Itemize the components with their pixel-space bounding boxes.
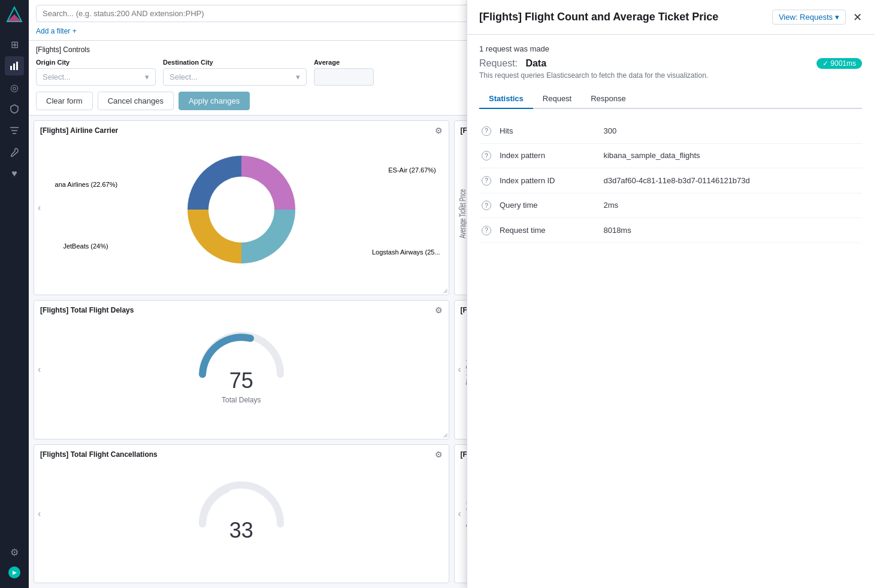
donut-chart: ana Airlines (22.67%) ES-Air (27.67%) Je…: [34, 138, 449, 281]
total-cancellations-gear-icon[interactable]: ⚙: [435, 450, 443, 459]
flyout-header-actions: View: Requests ▾ ✕: [772, 10, 862, 25]
view-requests-chevron-icon: ▾: [835, 13, 839, 22]
table-row: ? Request time 8018ms: [479, 218, 862, 243]
total-cancellations-header: [Flights] Total Flight Cancellations ⚙: [34, 445, 449, 462]
average-group: Average: [314, 59, 374, 86]
request-desc: This request queries Elasticsearch to fe…: [479, 71, 862, 80]
flyout-panel: [Flights] Flight Count and Average Ticke…: [467, 0, 874, 588]
total-cancellations-title: [Flights] Total Flight Cancellations: [40, 450, 158, 459]
donut-label-jetbeats: JetBeats (24%): [63, 243, 108, 250]
sidebar-play-button[interactable]: ▶: [8, 566, 20, 578]
stat-value: 300: [601, 119, 862, 143]
help-icon[interactable]: ?: [482, 151, 491, 160]
help-icon[interactable]: ?: [482, 126, 491, 136]
flyout-header: [Flights] Flight Count and Average Ticke…: [467, 0, 874, 35]
average-label: Average: [314, 59, 374, 66]
gauge-label: Total Delays: [222, 396, 261, 404]
stat-key: Query time: [497, 193, 601, 218]
sidebar-gear-icon[interactable]: ⚙: [5, 542, 24, 562]
stat-key: Index pattern: [497, 143, 601, 168]
table-row: ? Index pattern ID d3d7af60-4c81-11e8-b3…: [479, 168, 862, 193]
donut-label-logstash: Logstash Airways (25...: [372, 248, 440, 256]
donut-label-ana: ana Airlines (22.67%): [55, 181, 118, 188]
stat-value: d3d7af60-4c81-11e8-b3d7-01146121b73d: [601, 168, 862, 193]
stat-value: kibana_sample_data_flights: [601, 143, 862, 168]
apply-changes-button[interactable]: Apply changes: [179, 92, 250, 110]
sidebar-filter-icon[interactable]: [5, 121, 24, 140]
sidebar-compass-icon[interactable]: ◎: [5, 78, 24, 97]
svg-rect-2: [10, 66, 12, 70]
help-icon[interactable]: ?: [482, 226, 491, 235]
request-type: Data: [525, 58, 546, 68]
total-delays-panel: [Flights] Total Flight Delays ⚙ ‹ 75 Tot…: [34, 300, 449, 439]
airline-carrier-panel: [Flights] Airline Carrier ⚙ ‹: [34, 120, 449, 295]
donut-svg: [182, 150, 301, 269]
cancellations-gauge-chart: 33: [34, 462, 449, 557]
cancellations-gauge-value: 33: [229, 518, 253, 543]
origin-city-group: Origin City Select... ▾: [36, 59, 156, 86]
average-field: [314, 68, 374, 86]
total-delays-nav-left-icon[interactable]: ‹: [38, 364, 41, 375]
kibana-logo: [5, 5, 24, 24]
tabs: Statistics Request Response: [479, 89, 862, 109]
sidebar: ⊞ ◎ ♥ ⚙ ▶: [0, 0, 29, 588]
stats-table: ? Hits 300 ? Index pattern kibana_sample…: [479, 119, 862, 243]
clear-form-button[interactable]: Clear form: [36, 92, 93, 110]
flyout-title: [Flights] Flight Count and Average Ticke…: [479, 11, 718, 23]
status-badge: ✓ 9001ms: [816, 58, 862, 69]
sidebar-shield-icon[interactable]: [5, 99, 24, 119]
sidebar-wrench-icon[interactable]: [5, 143, 24, 162]
destination-city-group: Destination City Select... ▾: [163, 59, 307, 86]
flyout-close-button[interactable]: ✕: [853, 11, 862, 24]
total-delays-resize-handle[interactable]: ◢: [443, 431, 447, 438]
total-cancellations-panel: [Flights] Total Flight Cancellations ⚙ ‹…: [34, 444, 449, 583]
stat-value: 8018ms: [601, 218, 862, 243]
origin-city-chevron-icon: ▾: [145, 72, 149, 81]
help-icon[interactable]: ?: [482, 176, 491, 186]
request-title-row: Request: Data ✓ 9001ms: [479, 58, 862, 69]
request-label: Request:: [479, 58, 518, 68]
tab-statistics[interactable]: Statistics: [479, 89, 533, 109]
donut-label-esair: ES-Air (27.67%): [388, 166, 436, 174]
airline-carrier-title: [Flights] Airline Carrier: [40, 126, 118, 135]
origin-city-label: Origin City: [36, 59, 156, 66]
destination-city-chevron-icon: ▾: [296, 72, 300, 81]
help-icon[interactable]: ?: [482, 201, 491, 210]
gauge-chart: 75 Total Delays: [34, 317, 449, 413]
tab-request[interactable]: Request: [533, 89, 581, 109]
stat-value: 2ms: [601, 193, 862, 218]
stat-key: Request time: [497, 218, 601, 243]
table-row: ? Hits 300: [479, 119, 862, 143]
total-delays-header: [Flights] Total Flight Delays ⚙: [34, 301, 449, 317]
destination-city-label: Destination City: [163, 59, 307, 66]
add-filter-button[interactable]: Add a filter +: [36, 27, 77, 35]
airline-carrier-header: [Flights] Airline Carrier ⚙: [34, 121, 449, 138]
total-cancellations-nav-left-icon[interactable]: ‹: [38, 508, 41, 519]
svg-rect-3: [13, 63, 15, 70]
gauge-value: 75: [229, 368, 253, 393]
total-delays-gear-icon[interactable]: ⚙: [435, 305, 443, 315]
origin-city-select[interactable]: Select... ▾: [36, 68, 156, 86]
sidebar-heart-icon[interactable]: ♥: [5, 164, 24, 183]
cancel-changes-button[interactable]: Cancel changes: [98, 92, 174, 110]
stat-key: Hits: [497, 119, 601, 143]
table-row: ? Index pattern kibana_sample_data_fligh…: [479, 143, 862, 168]
flyout-body: 1 request was made Request: Data ✓ 9001m…: [467, 35, 874, 253]
sidebar-chart-icon[interactable]: [5, 56, 24, 75]
sidebar-home-icon[interactable]: ⊞: [5, 35, 24, 54]
request-count: 1 request was made: [479, 44, 862, 53]
destination-city-select[interactable]: Select... ▾: [163, 68, 307, 86]
total-delays-title: [Flights] Total Flight Delays: [40, 306, 134, 314]
svg-rect-4: [16, 62, 18, 70]
airline-carrier-gear-icon[interactable]: ⚙: [435, 126, 443, 135]
stat-key: Index pattern ID: [497, 168, 601, 193]
table-row: ? Query time 2ms: [479, 193, 862, 218]
view-requests-button[interactable]: View: Requests ▾: [772, 10, 846, 25]
svg-point-8: [208, 177, 274, 243]
tab-response[interactable]: Response: [581, 89, 636, 109]
panel-resize-handle[interactable]: ◢: [443, 287, 447, 293]
